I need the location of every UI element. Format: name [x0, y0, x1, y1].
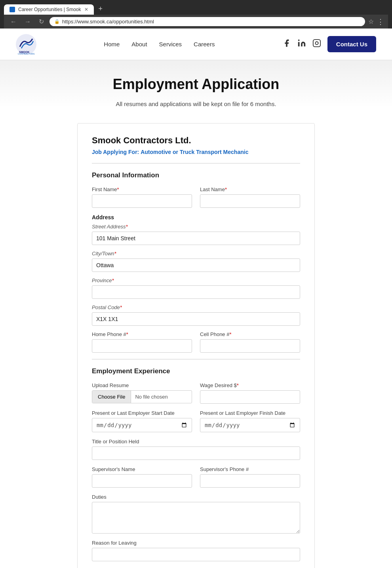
upload-resume-group: Upload Resume Choose File No file chosen: [92, 382, 192, 404]
title-position-input[interactable]: [92, 446, 300, 460]
home-phone-input[interactable]: [92, 339, 192, 353]
tab-close-button[interactable]: ✕: [84, 7, 88, 12]
wage-input[interactable]: [200, 390, 300, 404]
cell-phone-label: Cell Phone #*: [200, 331, 300, 337]
phone-row: Home Phone #* Cell Phone #*: [92, 331, 300, 353]
form-job-value: Automotive or Truck Transport Mechanic: [141, 149, 248, 155]
svg-rect-5: [313, 40, 320, 47]
site-header: SMOOK CONTRACTORS Home About Services Ca…: [0, 28, 392, 60]
name-row: First Name* Last Name*: [92, 186, 300, 208]
street-label: Street Address*: [92, 224, 300, 230]
finish-date-input[interactable]: [200, 418, 300, 432]
postal-label: Postal Code*: [92, 304, 300, 310]
nav-links: Home About Services Careers: [104, 41, 215, 47]
last-name-group: Last Name*: [200, 186, 300, 208]
city-input[interactable]: [92, 258, 300, 272]
reason-leaving-group: Reason for Leaving: [92, 540, 300, 561]
social-icons: Contact Us: [282, 36, 376, 52]
street-address-group: Street Address*: [92, 224, 300, 245]
first-name-group: First Name*: [92, 186, 192, 208]
supervisor-phone-group: Supervisor's Phone #: [200, 466, 300, 488]
duties-group: Duties: [92, 494, 300, 534]
reload-button[interactable]: ↻: [36, 17, 46, 26]
main-nav: Home About Services Careers: [104, 41, 215, 47]
start-date-group: Present or Last Employer Start Date: [92, 410, 192, 432]
dates-row: Present or Last Employer Start Date Pres…: [92, 410, 300, 432]
cell-phone-input[interactable]: [200, 339, 300, 353]
wage-group: Wage Desired $*: [200, 382, 300, 404]
contact-us-button[interactable]: Contact Us: [327, 36, 376, 52]
province-input[interactable]: [92, 285, 300, 299]
experience-divider: [92, 359, 300, 359]
instagram-icon[interactable]: [312, 39, 321, 49]
supervisor-row: Supervisor's Name Supervisor's Phone #: [92, 466, 300, 488]
supervisor-phone-input[interactable]: [200, 474, 300, 488]
browser-menu-button[interactable]: ⋮: [377, 17, 384, 26]
street-address-input[interactable]: [92, 232, 300, 245]
upload-resume-label: Upload Resume: [92, 382, 192, 388]
home-phone-label: Home Phone #*: [92, 331, 192, 337]
form-company: Smook Contractors Ltd.: [92, 135, 300, 146]
bookmark-button[interactable]: ☆: [368, 18, 374, 25]
browser-chrome: Career Opportunities | Smook ✕ + ← → ↻ 🔒…: [0, 0, 392, 28]
nav-about[interactable]: About: [131, 41, 147, 47]
new-tab-button[interactable]: +: [95, 3, 107, 15]
nav-careers[interactable]: Careers: [194, 41, 215, 47]
finish-date-group: Present or Last Employer Finish Date: [200, 410, 300, 432]
title-position-label: Title or Position Held: [92, 439, 300, 445]
start-date-label: Present or Last Employer Start Date: [92, 410, 192, 416]
experience-title: Employment Experience: [92, 367, 300, 375]
url-text: https://www.smook.ca/opportunities.html: [62, 19, 154, 25]
file-name-display: No file chosen: [131, 391, 192, 403]
page-subtitle: All resumes and applications will be kep…: [8, 101, 384, 107]
title-position-group: Title or Position Held: [92, 439, 300, 460]
home-phone-group: Home Phone #*: [92, 331, 192, 353]
last-name-input[interactable]: [200, 194, 300, 208]
svg-point-4: [298, 40, 300, 41]
postal-input[interactable]: [92, 312, 300, 326]
duties-textarea[interactable]: [92, 502, 300, 534]
personal-info-title: Personal Information: [92, 171, 300, 179]
nav-home[interactable]: Home: [104, 41, 120, 47]
first-name-label: First Name*: [92, 186, 192, 192]
supervisor-phone-label: Supervisor's Phone #: [200, 466, 300, 472]
address-label: Address: [92, 214, 300, 220]
address-group: Address Street Address* City/Town* Prov: [92, 214, 300, 326]
svg-text:CONTRACTORS: CONTRACTORS: [18, 53, 35, 55]
logo-area: SMOOK CONTRACTORS: [16, 34, 36, 55]
tab-favicon: [10, 7, 15, 12]
address-bar: ← → ↻ 🔒 https://www.smook.ca/opportuniti…: [4, 15, 388, 28]
active-tab[interactable]: Career Opportunities | Smook ✕: [4, 4, 94, 15]
url-input[interactable]: 🔒 https://www.smook.ca/opportunities.htm…: [49, 17, 365, 26]
tab-title: Career Opportunities | Smook: [18, 7, 81, 12]
nav-services[interactable]: Services: [159, 41, 182, 47]
start-date-input[interactable]: [92, 418, 192, 432]
last-name-label: Last Name*: [200, 186, 300, 192]
page-body: Employment Application All resumes and a…: [0, 60, 392, 568]
supervisor-name-group: Supervisor's Name: [92, 466, 192, 488]
choose-file-button[interactable]: Choose File: [92, 391, 131, 403]
form-divider: [92, 163, 300, 163]
back-button[interactable]: ←: [8, 17, 19, 26]
city-label: City/Town*: [92, 251, 300, 256]
province-group: Province*: [92, 277, 300, 299]
website: SMOOK CONTRACTORS Home About Services Ca…: [0, 28, 392, 568]
svg-rect-3: [298, 42, 300, 46]
postal-group: Postal Code*: [92, 304, 300, 326]
linkedin-icon[interactable]: [297, 39, 306, 49]
wage-label: Wage Desired $*: [200, 382, 300, 388]
forward-button[interactable]: →: [22, 17, 33, 26]
reason-leaving-input[interactable]: [92, 548, 300, 561]
facebook-icon[interactable]: [282, 39, 291, 49]
duties-label: Duties: [92, 494, 300, 500]
first-name-input[interactable]: [92, 194, 192, 208]
upload-wage-row: Upload Resume Choose File No file chosen…: [92, 382, 300, 404]
secure-icon: 🔒: [54, 19, 60, 24]
supervisor-name-label: Supervisor's Name: [92, 466, 192, 472]
logo-icon: SMOOK CONTRACTORS: [16, 34, 36, 55]
form-job-label: Job Applying For: Automotive or Truck Tr…: [92, 149, 300, 155]
supervisor-name-input[interactable]: [92, 474, 192, 488]
city-group: City/Town*: [92, 251, 300, 272]
finish-date-label: Present or Last Employer Finish Date: [200, 410, 300, 416]
province-label: Province*: [92, 277, 300, 283]
